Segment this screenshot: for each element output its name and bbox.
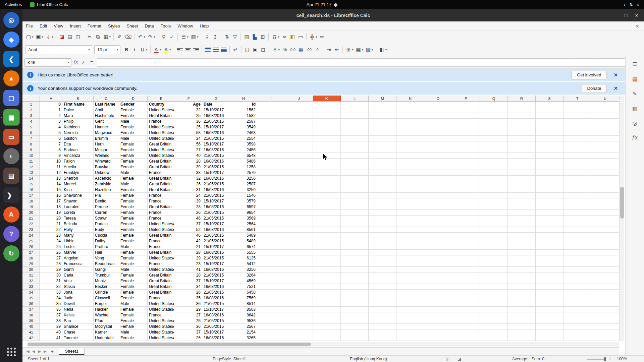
dock-item-libreoffice-writer[interactable]: ▢ <box>3 90 19 106</box>
cell-N31[interactable] <box>396 273 424 278</box>
cell-O42[interactable] <box>424 335 452 341</box>
cell-M29[interactable] <box>369 261 396 267</box>
cell-B21[interactable]: Teresa <box>62 216 94 221</box>
cell-G24[interactable]: 21/05/2015 <box>202 233 230 238</box>
cell-M30[interactable] <box>369 267 396 273</box>
align-center-button[interactable] <box>184 45 192 54</box>
cell-A21[interactable]: 20 <box>40 216 62 221</box>
cell-C1[interactable]: Last Name <box>94 102 119 107</box>
cell-I19[interactable] <box>257 204 285 210</box>
cell-P25[interactable] <box>452 238 480 244</box>
row-header-20[interactable]: 20 <box>22 210 40 216</box>
cell-O21[interactable] <box>424 216 452 221</box>
cell-A39[interactable]: 38 <box>40 318 62 324</box>
cell-N35[interactable] <box>396 295 424 301</box>
cell-H7[interactable]: 2554 <box>230 136 257 141</box>
cell-L16[interactable] <box>341 187 369 193</box>
cell-S4[interactable] <box>536 119 564 124</box>
cell-S17[interactable] <box>536 193 564 198</box>
decrease-indent-button[interactable]: ⇤ <box>333 45 341 54</box>
row-header-8[interactable]: 8 <box>22 141 40 147</box>
cell-H29[interactable]: 5412 <box>230 261 257 267</box>
cell-B10[interactable]: Vincenza <box>62 153 94 159</box>
cell-T28[interactable] <box>564 255 591 261</box>
cell-P2[interactable] <box>452 107 480 113</box>
cell-A42[interactable]: 41 <box>40 335 62 341</box>
cell-I3[interactable] <box>257 113 285 119</box>
name-box[interactable]: K46 ▾ <box>24 58 71 67</box>
row-header-29[interactable]: 29 <box>22 261 40 267</box>
italic-button[interactable]: I <box>130 45 139 54</box>
cell-B26[interactable]: Lester <box>62 244 94 250</box>
cell-K19[interactable] <box>313 204 341 210</box>
row-header-31[interactable]: 31 <box>22 273 40 278</box>
cell-C8[interactable]: Hurn <box>94 141 119 147</box>
cell-M3[interactable] <box>369 113 396 119</box>
row-header-26[interactable]: 26 <box>22 244 40 250</box>
cell-Q27[interactable] <box>480 250 508 255</box>
select-function-button[interactable]: Σ <box>79 58 88 67</box>
cell-P31[interactable] <box>452 273 480 278</box>
cell-A8[interactable]: 7 <box>40 141 62 147</box>
freeze-rows-columns-button[interactable]: ╬▾ <box>308 32 318 42</box>
cell-M28[interactable] <box>369 255 396 261</box>
cell-R20[interactable] <box>508 210 536 216</box>
cell-C13[interactable]: Unknow <box>94 170 119 176</box>
cell-T25[interactable] <box>564 238 591 244</box>
cell-H10[interactable]: 6548 <box>230 153 257 159</box>
cell-N23[interactable] <box>396 227 424 233</box>
cell-D42[interactable]: Female <box>119 335 148 341</box>
cell-D15[interactable]: Male <box>119 181 148 187</box>
cell-E7[interactable]: United States <box>148 136 175 141</box>
cell-R29[interactable] <box>508 261 536 267</box>
font-color-button[interactable]: A▾ <box>152 45 162 54</box>
cell-N8[interactable] <box>396 141 424 147</box>
cell-J9[interactable] <box>285 147 313 153</box>
window-title-bar[interactable]: cell_search.xls - LibreOffice Calc – □ ✕ <box>22 9 644 21</box>
cell-O32[interactable] <box>424 278 452 284</box>
cell-U25[interactable] <box>591 238 619 244</box>
column-header-E[interactable]: E <box>148 96 175 102</box>
cell-Q16[interactable] <box>480 187 508 193</box>
column-header-N[interactable]: N <box>396 96 424 102</box>
cell-L35[interactable] <box>341 295 369 301</box>
row-header-37[interactable]: 37 <box>22 307 40 312</box>
cell-R36[interactable] <box>508 301 536 307</box>
cell-G35[interactable]: 16/08/2016 <box>202 295 230 301</box>
cell-R12[interactable] <box>508 164 536 170</box>
cell-M16[interactable] <box>369 187 396 193</box>
cell-C11[interactable]: Winward <box>94 159 119 164</box>
cell-I34[interactable] <box>257 290 285 295</box>
cell-R15[interactable] <box>508 181 536 187</box>
cell-G8[interactable]: 15/10/2017 <box>202 141 230 147</box>
cell-T24[interactable] <box>564 233 591 238</box>
cell-J13[interactable] <box>285 170 313 176</box>
dock-item-libreoffice-calc[interactable]: ▦ <box>3 109 19 125</box>
cell-H37[interactable]: 8563 <box>230 307 257 312</box>
cell-Q31[interactable] <box>480 273 508 278</box>
cell-L11[interactable] <box>341 159 369 164</box>
cell-Q19[interactable] <box>480 204 508 210</box>
cell-N11[interactable] <box>396 159 424 164</box>
cell-O34[interactable] <box>424 290 452 295</box>
cell-S35[interactable] <box>536 295 564 301</box>
dropdown-arrow-icon[interactable]: ▾ <box>146 48 148 51</box>
cell-J15[interactable] <box>285 181 313 187</box>
cell-B35[interactable]: Judie <box>62 295 94 301</box>
cell-Q35[interactable] <box>480 295 508 301</box>
cell-P39[interactable] <box>452 318 480 324</box>
cell-C7[interactable]: Brumm <box>94 136 119 141</box>
cell-M1[interactable] <box>369 102 396 107</box>
dropdown-arrow-icon[interactable]: ▾ <box>169 48 171 51</box>
cell-D23[interactable]: Female <box>119 227 148 233</box>
dropdown-arrow-icon[interactable]: ▾ <box>52 35 53 39</box>
cell-C25[interactable]: Dalby <box>94 238 119 244</box>
cell-P38[interactable] <box>452 312 480 318</box>
tab-sheet1[interactable]: Sheet1 <box>59 348 85 355</box>
cell-S23[interactable] <box>536 227 564 233</box>
cell-S14[interactable] <box>536 176 564 181</box>
cell-I37[interactable] <box>257 307 285 312</box>
cell-F38[interactable]: 27 <box>175 312 202 318</box>
row-header-23[interactable]: 23 <box>22 227 40 233</box>
cell-B19[interactable]: Lauralee <box>62 204 94 210</box>
